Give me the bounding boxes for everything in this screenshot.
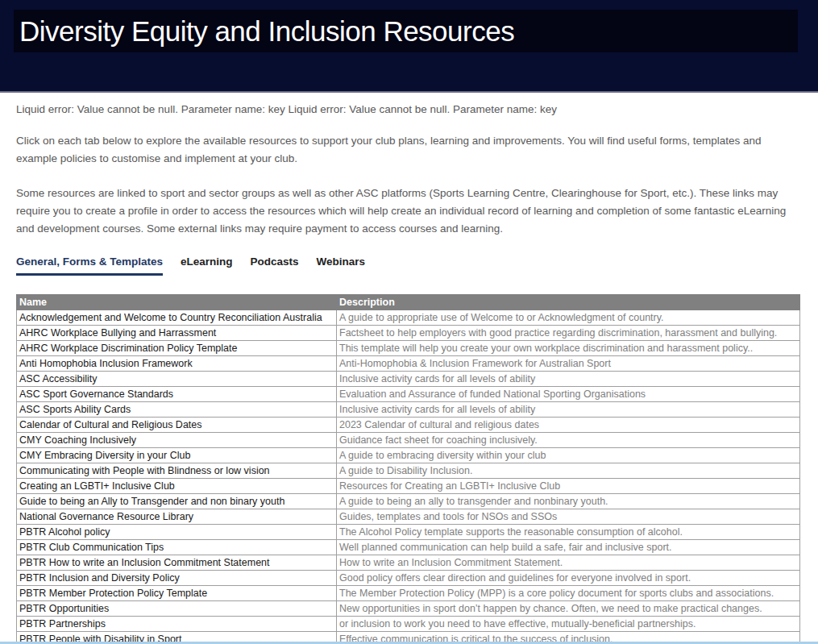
table-row: PBTR OpportunitiesNew opportunities in s… bbox=[17, 601, 800, 617]
resource-name-cell[interactable]: Communicating with People with Blindness… bbox=[17, 463, 337, 479]
table-row: PBTR Member Protection Policy TemplateTh… bbox=[17, 586, 800, 601]
intro-paragraph-2: Some resources are linked to sport and s… bbox=[16, 185, 799, 238]
resource-description-cell: or inclusion to work you need to have ef… bbox=[337, 617, 800, 632]
resource-description-cell: A guide to Disability Inclusion. bbox=[337, 463, 800, 479]
resource-description-cell: The Alcohol Policy template supports the… bbox=[337, 525, 800, 540]
resource-description-cell: Guides, templates and tools for NSOs and… bbox=[337, 509, 800, 525]
resource-description-cell: Good policy offers clear direction and g… bbox=[337, 571, 800, 586]
tab-podcasts[interactable]: Podcasts bbox=[251, 256, 299, 276]
table-row: CMY Embracing Diversity in your ClubA gu… bbox=[17, 448, 800, 463]
resource-name-cell[interactable]: Anti Homophobia Inclusion Framework bbox=[17, 356, 337, 372]
resource-name-cell[interactable]: CMY Embracing Diversity in your Club bbox=[17, 448, 337, 463]
resource-name-cell[interactable]: AHRC Workplace Bullying and Harrassment bbox=[17, 326, 337, 341]
table-row: ASC Sports Ability CardsInclusive activi… bbox=[17, 402, 800, 418]
resource-name-cell[interactable]: ASC Sports Ability Cards bbox=[17, 402, 337, 418]
page-title: Diversity Equity and Inclusion Resources bbox=[19, 15, 514, 48]
table-row: CMY Coaching InclusivelyGuidance fact sh… bbox=[17, 433, 800, 448]
resource-description-cell: The Member Protection Policy (MPP) is a … bbox=[337, 586, 800, 601]
resource-description-cell: Well planned communication can help buil… bbox=[337, 540, 800, 555]
resource-name-cell[interactable]: PBTR Member Protection Policy Template bbox=[17, 586, 337, 601]
resource-name-cell[interactable]: PBTR Inclusion and Diversity Policy bbox=[17, 571, 337, 586]
resource-name-cell[interactable]: ASC Sport Governance Standards bbox=[17, 387, 337, 402]
resource-description-cell: Resources for Creating an LGBTI+ Inclusi… bbox=[337, 479, 800, 494]
table-row: ASC AccessibilityInclusive activity card… bbox=[17, 372, 800, 387]
table-row: National Governance Resource LibraryGuid… bbox=[17, 509, 800, 525]
table-row: Acknowledgement and Welcome to Country R… bbox=[17, 310, 800, 326]
resource-name-cell[interactable]: PBTR Club Communication Tips bbox=[17, 540, 337, 555]
page-header: Diversity Equity and Inclusion Resources bbox=[0, 0, 818, 93]
resource-description-cell: Factsheet to help employers with good pr… bbox=[337, 326, 800, 341]
resources-table: Name Description Acknowledgement and Wel… bbox=[16, 294, 800, 644]
column-header-name: Name bbox=[17, 295, 337, 310]
tab-general-forms-templates[interactable]: General, Forms & Templates bbox=[16, 256, 163, 276]
table-row: Calendar of Cultural and Religious Dates… bbox=[17, 418, 800, 433]
resource-name-cell[interactable]: Creating an LGBTI+ Inclusive Club bbox=[17, 479, 337, 494]
tab-elearning[interactable]: eLearning bbox=[181, 256, 233, 276]
tab-webinars[interactable]: Webinars bbox=[317, 256, 366, 276]
tab-bar: General, Forms & Templates eLearning Pod… bbox=[16, 256, 800, 276]
table-row: PBTR Inclusion and Diversity PolicyGood … bbox=[17, 571, 800, 586]
resource-description-cell: How to write an Inclusion Commitment Sta… bbox=[337, 555, 800, 571]
resource-description-cell: A guide to appropriate use of Welcome to… bbox=[337, 310, 800, 326]
resource-name-cell[interactable]: Calendar of Cultural and Religious Dates bbox=[17, 418, 337, 433]
liquid-error-text: Liquid error: Value cannot be null. Para… bbox=[16, 103, 800, 115]
table-row: PBTR How to write an Inclusion Commitmen… bbox=[17, 555, 800, 571]
table-row: Creating an LGBTI+ Inclusive ClubResourc… bbox=[17, 479, 800, 494]
table-row: AHRC Workplace Discrimination Policy Tem… bbox=[17, 341, 800, 356]
main-content: Liquid error: Value cannot be null. Para… bbox=[0, 103, 818, 644]
table-header-row: Name Description bbox=[17, 295, 800, 310]
resource-name-cell[interactable]: PBTR Partnerships bbox=[17, 617, 337, 632]
resource-description-cell: New opportunities in sport don’t happen … bbox=[337, 601, 800, 617]
resource-name-cell[interactable]: CMY Coaching Inclusively bbox=[17, 433, 337, 448]
table-row: ASC Sport Governance StandardsEvaluation… bbox=[17, 387, 800, 402]
resource-name-cell[interactable]: PBTR Alcohol policy bbox=[17, 525, 337, 540]
resource-name-cell[interactable]: National Governance Resource Library bbox=[17, 509, 337, 525]
resource-description-cell: 2023 Calendar of cultural and religious … bbox=[337, 418, 800, 433]
table-row: Guide to being an Ally to Transgender an… bbox=[17, 494, 800, 509]
resource-name-cell[interactable]: PBTR How to write an Inclusion Commitmen… bbox=[17, 555, 337, 571]
resource-description-cell: Guidance fact sheet for coaching inclusi… bbox=[337, 433, 800, 448]
resource-name-cell[interactable]: PBTR Opportunities bbox=[17, 601, 337, 617]
resources-table-body: Acknowledgement and Welcome to Country R… bbox=[17, 310, 800, 644]
resource-description-cell: Evaluation and Assurance of funded Natio… bbox=[337, 387, 800, 402]
resource-name-cell[interactable]: Guide to being an Ally to Transgender an… bbox=[17, 494, 337, 509]
table-row: AHRC Workplace Bullying and HarrassmentF… bbox=[17, 326, 800, 341]
resource-name-cell[interactable]: AHRC Workplace Discrimination Policy Tem… bbox=[17, 341, 337, 356]
resource-name-cell[interactable]: Acknowledgement and Welcome to Country R… bbox=[17, 310, 337, 326]
column-header-description: Description bbox=[337, 295, 800, 310]
intro-paragraph-1: Click on each tab below to explore the a… bbox=[16, 132, 799, 168]
page-title-box: Diversity Equity and Inclusion Resources bbox=[14, 10, 798, 52]
resource-description-cell: Inclusive activity cards for all levels … bbox=[337, 372, 800, 387]
resource-description-cell: A guide to embracing diversity within yo… bbox=[337, 448, 800, 463]
table-row: Communicating with People with Blindness… bbox=[17, 463, 800, 479]
resource-name-cell[interactable]: ASC Accessibility bbox=[17, 372, 337, 387]
resource-description-cell: This template will help you create your … bbox=[337, 341, 800, 356]
resource-description-cell: Inclusive activity cards for all levels … bbox=[337, 402, 800, 418]
table-row: PBTR Partnershipsor inclusion to work yo… bbox=[17, 617, 800, 632]
table-row: PBTR Club Communication TipsWell planned… bbox=[17, 540, 800, 555]
table-row: Anti Homophobia Inclusion FrameworkAnti-… bbox=[17, 356, 800, 372]
resource-description-cell: A guide to being an ally to transgender … bbox=[337, 494, 800, 509]
resource-description-cell: Anti-Homophobia & Inclusion Framework fo… bbox=[337, 356, 800, 372]
table-row: PBTR Alcohol policyThe Alcohol Policy te… bbox=[17, 525, 800, 540]
